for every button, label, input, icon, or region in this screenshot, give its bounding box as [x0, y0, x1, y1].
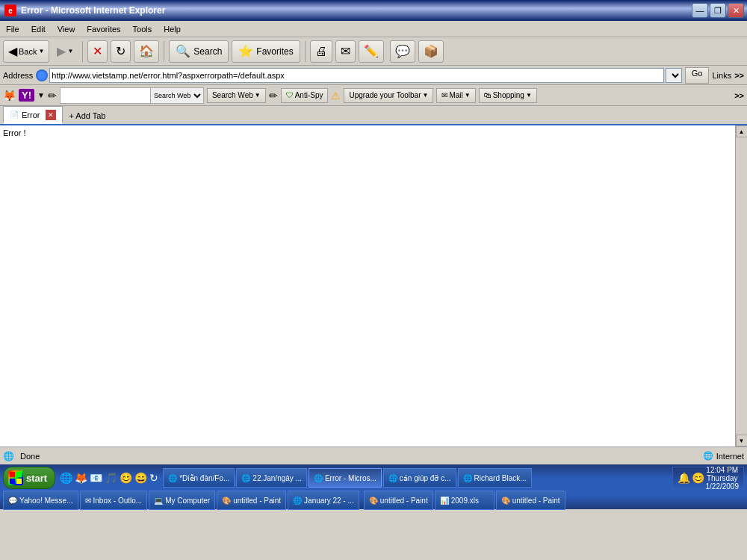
taskbar-xls-label: 2009.xls	[451, 497, 479, 505]
go-button[interactable]: Go	[685, 67, 710, 84]
yahoo-search-btn[interactable]: Search Web ▼	[207, 88, 266, 103]
taskbar-btn-january[interactable]: 🌐 January 22 - ...	[288, 491, 359, 510]
shopping-dropdown-icon: ▼	[526, 92, 532, 99]
menu-view[interactable]: View	[52, 23, 81, 35]
links-overflow[interactable]: >>	[734, 71, 744, 80]
home-button[interactable]: 🏠	[134, 40, 159, 63]
yahoo-search-dropdown[interactable]: Search Web	[150, 88, 203, 103]
taskbar-btn-yahoo-msg[interactable]: 💬 Yahoo! Messe...	[3, 491, 78, 510]
tab-error[interactable]: 📄 Error ✕	[3, 106, 63, 124]
taskbar-btn-paint3[interactable]: 🎨 untitled - Paint	[496, 491, 565, 510]
taskbar-top: start 🌐 🦊 📧 🎵 😊 😄 ↻ 🌐 *Diễn đàn/Fo... 🌐 …	[0, 464, 747, 491]
scrollbar-right[interactable]: ▲ ▼	[735, 125, 747, 447]
taskbar-smiley1-icon[interactable]: 😊	[120, 472, 132, 484]
taskbar-btn-jan[interactable]: 🌐 22.Jan/ngày ...	[236, 468, 307, 488]
taskbar-btn-help[interactable]: 🌐 cần giúp đỡ c...	[383, 468, 456, 488]
antispy-btn[interactable]: 🛡 Anti-Spy	[281, 88, 329, 103]
discuss-button[interactable]: 💬	[390, 40, 415, 63]
restore-button[interactable]: ❐	[710, 3, 726, 18]
taskbar-btn-paint1[interactable]: 🎨 untitled - Paint	[217, 491, 286, 510]
separator-1	[82, 41, 83, 62]
mail-button[interactable]: ✉	[335, 40, 356, 63]
scroll-up-btn[interactable]: ▲	[736, 125, 748, 137]
toolbar: ◀ Back ▼ ▶ ▼ ✕ ↻ 🏠 🔍 Search ⭐ Favorites …	[0, 37, 747, 66]
refresh-button[interactable]: ↻	[111, 40, 131, 63]
print-icon: 🖨	[315, 45, 327, 58]
taskbar-refresh-icon[interactable]: ↻	[149, 472, 158, 484]
close-button[interactable]: ✕	[728, 3, 744, 18]
taskbar-btn-xls[interactable]: 📊 2009.xls	[435, 491, 495, 510]
search-web-label: Search Web	[212, 91, 253, 99]
menu-tools[interactable]: Tools	[127, 23, 158, 35]
menu-edit[interactable]: Edit	[25, 23, 52, 35]
scroll-down-btn[interactable]: ▼	[736, 435, 748, 447]
yahoo-search-input[interactable]	[61, 89, 150, 102]
taskbar-ie-icon[interactable]: 🌐	[60, 472, 72, 484]
tray-clock[interactable]: 12:04 PM Thursday 1/22/2009	[706, 466, 740, 491]
taskbar-winamp-icon[interactable]: 🎵	[105, 472, 117, 484]
tray-time-value: 12:04 PM	[706, 466, 740, 474]
tray-date-value: 1/22/2009	[706, 482, 740, 491]
back-button[interactable]: ◀ Back ▼	[3, 40, 49, 63]
upgrade-btn[interactable]: Upgrade your Toolbar ▼	[344, 88, 433, 103]
search-icon: 🔍	[176, 44, 190, 58]
forward-dropdown-icon[interactable]: ▼	[67, 48, 73, 55]
taskbar-help-label: cần giúp đỡ c...	[400, 474, 451, 482]
menu-favorites[interactable]: Favorites	[81, 23, 126, 35]
address-input-wrap[interactable]	[49, 68, 663, 83]
mail-yahoo-label: Mail	[449, 91, 462, 99]
taskbar-inbox-label: Inbox - Outlo...	[93, 497, 143, 505]
taskbar-outlook-icon[interactable]: 📧	[90, 472, 102, 484]
minimize-button[interactable]: —	[692, 3, 708, 18]
yahoo-small-icon[interactable]: 🦊	[3, 90, 16, 102]
search-label: Search	[193, 46, 222, 57]
ie-icon: e	[4, 4, 16, 16]
taskbar-btn-error[interactable]: 🌐 Error - Micros...	[309, 468, 382, 488]
search-dropdown-icon: ▼	[255, 92, 261, 99]
shopping-btn[interactable]: 🛍 Shopping ▼	[479, 88, 537, 103]
forward-icon: ▶	[57, 44, 66, 58]
mail-icon: ✉	[341, 44, 350, 58]
address-dropdown[interactable]	[666, 68, 682, 83]
yahoo-edit-icon[interactable]: ✏	[48, 90, 57, 102]
tab-close-btn[interactable]: ✕	[46, 110, 56, 120]
warning-icon: ⚠	[331, 90, 341, 102]
taskbar: start 🌐 🦊 📧 🎵 😊 😄 ↻ 🌐 *Diễn đàn/Fo... 🌐 …	[0, 464, 747, 509]
taskbar-btn-mycomp[interactable]: 💻 My Computer	[149, 491, 215, 510]
taskbar-btn-paint2[interactable]: 🎨 untitled - Paint	[364, 491, 433, 510]
taskbar-btn-inbox[interactable]: ✉ Inbox - Outlo...	[80, 491, 148, 510]
home-icon: 🏠	[139, 44, 154, 58]
forward-button[interactable]: ▶ ▼	[52, 40, 78, 63]
yahoo-pencil-icon[interactable]: ✏	[269, 90, 278, 102]
taskbar-jan-label: 22.Jan/ngày ...	[252, 474, 302, 482]
address-input[interactable]	[52, 69, 661, 82]
favorites-button[interactable]: ⭐ Favorites	[232, 40, 300, 63]
menu-file[interactable]: File	[0, 23, 25, 35]
messenger-button[interactable]: 📦	[418, 40, 444, 63]
back-icon: ◀	[8, 44, 17, 58]
back-dropdown-icon[interactable]: ▼	[38, 48, 44, 55]
tray-icon-2[interactable]: 😊	[692, 472, 704, 484]
yahoo-overflow[interactable]: >>	[734, 91, 744, 100]
status-text: Done	[20, 452, 40, 461]
windows-logo	[8, 470, 23, 485]
address-ie-icon	[36, 69, 48, 81]
mail-yahoo-btn[interactable]: ✉ Mail ▼	[436, 88, 475, 103]
taskbar-btn-richard[interactable]: 🌐 Richard Black...	[458, 468, 532, 488]
taskbar-paint3-label: untitled - Paint	[512, 497, 560, 505]
stop-button[interactable]: ✕	[87, 40, 108, 63]
yahoo-dropdown-icon[interactable]: ▼	[37, 91, 45, 99]
start-label: start	[26, 473, 47, 484]
print-button[interactable]: 🖨	[310, 40, 332, 63]
status-internet: 🌐 Internet	[703, 451, 744, 461]
tray-icon-1[interactable]: 🔔	[678, 472, 690, 484]
search-button[interactable]: 🔍 Search	[169, 40, 229, 63]
favorites-icon: ⭐	[238, 44, 253, 58]
start-button[interactable]: start	[3, 467, 55, 489]
taskbar-smiley2-icon[interactable]: 😄	[134, 472, 147, 484]
taskbar-btn-forum[interactable]: 🌐 *Diễn đàn/Fo...	[163, 468, 235, 488]
taskbar-firefox-icon[interactable]: 🦊	[75, 472, 87, 484]
add-tab-button[interactable]: + Add Tab	[64, 108, 110, 124]
menu-help[interactable]: Help	[158, 23, 187, 35]
edit-button[interactable]: ✏️	[359, 40, 384, 63]
